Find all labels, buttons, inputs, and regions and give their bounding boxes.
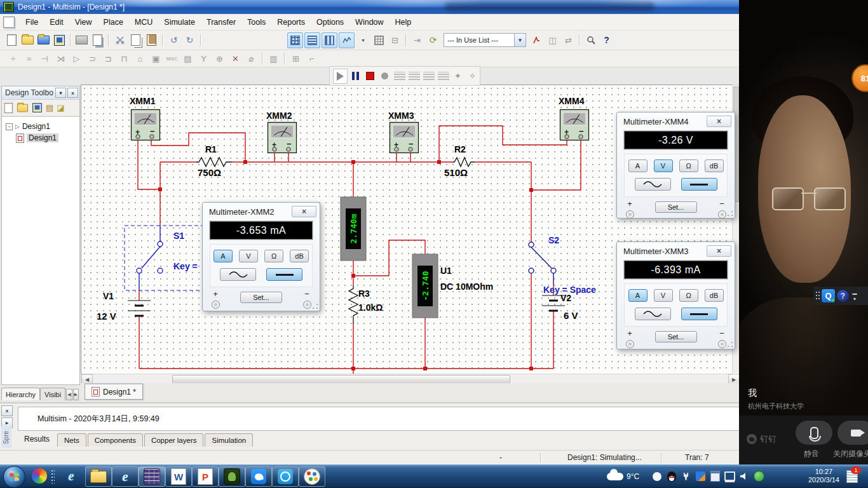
- place-mcu-module-button[interactable]: ⊓: [117, 51, 132, 66]
- capture-button[interactable]: ◫: [545, 33, 560, 48]
- menu-transfer[interactable]: Transfer: [201, 16, 241, 29]
- ampere-button[interactable]: A: [214, 250, 233, 262]
- multimeter-xmm2-dialog[interactable]: Multimeter-XMM2 × -3.653 mA A V Ω dB + S…: [202, 202, 320, 311]
- volt-button[interactable]: V: [654, 159, 673, 172]
- menu-place[interactable]: Place: [98, 16, 129, 29]
- r2-value[interactable]: 510Ω: [444, 167, 468, 178]
- start-button[interactable]: [3, 466, 25, 488]
- save-button[interactable]: [52, 33, 67, 48]
- place-power-button[interactable]: ▤: [180, 51, 195, 66]
- pin-panel-button[interactable]: ▾: [55, 88, 66, 98]
- place-electromechanical-button[interactable]: ⊕: [212, 51, 227, 66]
- tab-results[interactable]: Results: [18, 433, 56, 447]
- close-icon[interactable]: ×: [707, 116, 731, 127]
- taskbar-word-icon[interactable]: W: [165, 466, 192, 487]
- close-icon[interactable]: ×: [292, 206, 316, 217]
- menu-edit[interactable]: Edit: [44, 16, 69, 29]
- taskbar-dingtalk-icon[interactable]: [245, 466, 272, 487]
- toolbar-dropdown-caret[interactable]: ▼: [356, 33, 370, 48]
- place-ttl-button[interactable]: ⊃: [85, 51, 100, 66]
- rename-reference-button[interactable]: ⊟: [388, 33, 402, 48]
- resistor-r2[interactable]: [452, 158, 475, 166]
- close-panel-icon[interactable]: x: [1, 405, 13, 416]
- postprocessor-button[interactable]: ⟳: [426, 33, 440, 48]
- help-icon[interactable]: ?: [837, 290, 849, 302]
- erc-check-button[interactable]: [529, 33, 544, 48]
- stop-simulation-button[interactable]: [363, 69, 377, 83]
- record-button[interactable]: [378, 69, 391, 83]
- ac-mode-button[interactable]: [635, 308, 671, 320]
- probe-current-u1[interactable]: -2.740: [412, 254, 438, 318]
- tab-nets[interactable]: Nets: [57, 433, 86, 447]
- plus-terminal[interactable]: [626, 210, 634, 219]
- tabs-scroll-right[interactable]: ▶: [73, 389, 79, 400]
- floating-toolbar[interactable]: Q ? ▬▼: [813, 287, 868, 305]
- ac-mode-button[interactable]: [220, 268, 256, 281]
- set-button[interactable]: Set...: [655, 201, 697, 213]
- volt-button[interactable]: V: [239, 250, 258, 262]
- document-icon[interactable]: [3, 17, 15, 28]
- xmm3-label[interactable]: XMM3: [388, 111, 414, 121]
- open-file-button[interactable]: [20, 33, 35, 48]
- ampere-button[interactable]: A: [628, 159, 648, 172]
- toggle-design-toolbox-button[interactable]: [287, 32, 303, 48]
- layers-icon[interactable]: ◪: [57, 103, 64, 112]
- tray-ime-icon[interactable]: [710, 471, 721, 482]
- open-design-icon[interactable]: [17, 104, 28, 112]
- set-button[interactable]: Set...: [655, 331, 697, 342]
- tray-sync-icon[interactable]: [695, 471, 706, 482]
- expand-icon[interactable]: ▼: [851, 297, 858, 301]
- menu-view[interactable]: View: [69, 16, 98, 29]
- dc-mode-button[interactable]: [681, 308, 717, 320]
- chevron-down-icon[interactable]: ▼: [514, 34, 526, 46]
- tray-assistant-icon[interactable]: [651, 471, 662, 482]
- ampere-button[interactable]: A: [628, 289, 648, 302]
- undo-button[interactable]: ↺: [166, 33, 181, 48]
- v1-name[interactable]: V1: [103, 291, 114, 301]
- r3-value[interactable]: 1.0kΩ: [358, 302, 383, 313]
- ac-mode-button[interactable]: [635, 178, 671, 191]
- breakpoint-button[interactable]: ✦: [451, 69, 465, 83]
- xmm2-label[interactable]: XMM2: [266, 111, 292, 121]
- redo-button[interactable]: ↻: [182, 33, 197, 48]
- close-panel-button[interactable]: x: [67, 88, 78, 98]
- db-button[interactable]: dB: [705, 289, 724, 302]
- remove-breakpoint-button[interactable]: ✧: [466, 69, 479, 83]
- new-file-button[interactable]: [4, 33, 19, 48]
- print-preview-button[interactable]: [90, 33, 105, 48]
- resize-grip[interactable]: [312, 303, 318, 309]
- q-app-icon[interactable]: Q: [822, 289, 835, 302]
- r1-name[interactable]: R1: [205, 144, 217, 154]
- toggle-database-button[interactable]: [322, 32, 337, 48]
- taskbar-clock[interactable]: 10:27 2020/3/14: [808, 468, 839, 484]
- tray-network-icon[interactable]: [724, 471, 735, 482]
- place-rated-button[interactable]: Y: [196, 51, 211, 66]
- step-out-button[interactable]: [422, 69, 435, 83]
- tab-components[interactable]: Components: [88, 433, 143, 447]
- switch-s1[interactable]: [137, 226, 163, 290]
- mute-button[interactable]: [796, 421, 832, 445]
- tab-simulation[interactable]: Simulation: [205, 433, 253, 447]
- tab-design1[interactable]: Design1 *: [85, 383, 143, 400]
- resize-grip[interactable]: [727, 210, 733, 217]
- taskbar-paint-icon[interactable]: [299, 466, 325, 487]
- list-view-icon[interactable]: ▤: [46, 103, 53, 112]
- place-basic-button[interactable]: ≈: [22, 51, 36, 66]
- tree-root-label[interactable]: Design1: [22, 122, 50, 131]
- volt-button[interactable]: V: [654, 289, 673, 302]
- switch-s2[interactable]: [529, 242, 556, 285]
- tree-child-label[interactable]: Design1: [27, 133, 58, 142]
- toggle-grapher-button[interactable]: [339, 32, 355, 48]
- weather-cloud-icon[interactable]: [607, 473, 623, 480]
- tray-power-icon[interactable]: [681, 471, 691, 482]
- tray-volume-icon[interactable]: [739, 471, 750, 482]
- menu-window[interactable]: Window: [349, 16, 389, 29]
- tab-hierarchy[interactable]: Hierarchy: [1, 388, 40, 400]
- place-virtual-button[interactable]: ▥: [266, 51, 281, 66]
- paste-button[interactable]: [144, 33, 159, 48]
- r1-value[interactable]: 750Ω: [198, 167, 221, 178]
- place-advanced-peripherals-button[interactable]: ⌂: [133, 51, 147, 66]
- place-bus-button[interactable]: ⌐: [304, 51, 319, 66]
- probe-current-1[interactable]: 2.740m: [341, 197, 366, 261]
- xmm4-label[interactable]: XMM4: [559, 96, 585, 106]
